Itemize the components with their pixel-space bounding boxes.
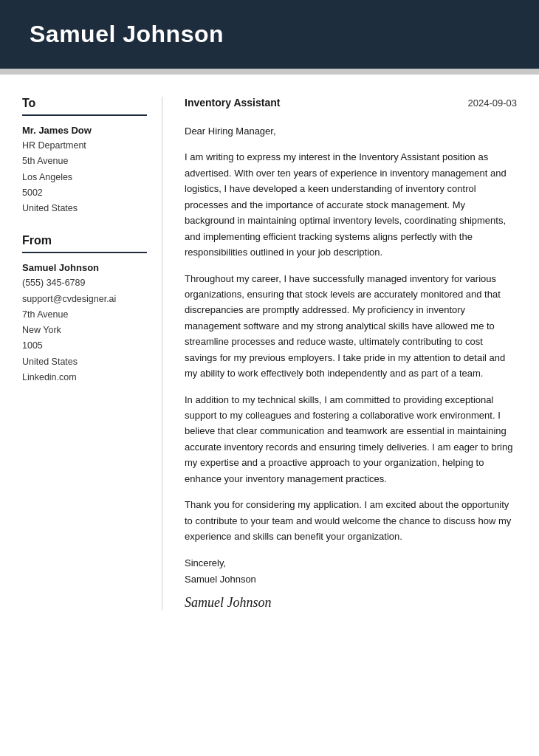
from-divider [22,252,147,253]
to-section: To Mr. James Dow HR Department 5th Avenu… [22,97,147,216]
sidebar: To Mr. James Dow HR Department 5th Avenu… [0,97,162,611]
content: To Mr. James Dow HR Department 5th Avenu… [0,75,539,633]
recipient-zip: 5002 [22,185,147,201]
recipient-department: HR Department [22,138,147,154]
recipient-country: United States [22,201,147,216]
from-label: From [22,234,147,247]
greeting: Dear Hiring Manager, [185,123,517,139]
job-title: Inventory Assistant [185,97,280,109]
closing: Sincerely, Samuel Johnson [185,555,517,588]
sender-name: Samuel Johnson [22,262,147,273]
sender-phone: (555) 345-6789 [22,275,147,291]
header-name: Samuel Johnson [30,21,509,48]
job-title-row: Inventory Assistant 2024-09-03 [185,97,517,109]
paragraph-2: Throughout my career, I have successfull… [185,271,517,382]
header-divider [0,69,539,75]
sender-city: New York [22,323,147,338]
sender-country: United States [22,354,147,370]
paragraph-4: Thank you for considering my application… [185,497,517,544]
to-divider [22,114,147,116]
recipient-city: Los Angeles [22,170,147,185]
sender-email: support@cvdesigner.ai [22,292,147,307]
paragraph-3: In addition to my technical skills, I am… [185,392,517,487]
closing-name: Samuel Johnson [185,571,517,588]
letter-date: 2024-09-03 [468,97,518,109]
header: Samuel Johnson [0,0,539,69]
recipient-street: 5th Avenue [22,154,147,169]
sender-street: 7th Avenue [22,307,147,323]
page: Samuel Johnson To Mr. James Dow HR Depar… [0,0,539,756]
main-body: Inventory Assistant 2024-09-03 Dear Hiri… [162,97,539,611]
sender-website: Linkedin.com [22,370,147,385]
recipient-name: Mr. James Dow [22,125,147,136]
signature-cursive: Samuel Johnson [185,595,517,611]
from-section: From Samuel Johnson (555) 345-6789 suppo… [22,234,147,385]
paragraph-1: I am writing to express my interest in t… [185,149,517,260]
letter-body: Dear Hiring Manager, I am writing to exp… [185,123,517,545]
closing-line: Sincerely, [185,555,517,571]
sender-zip: 1005 [22,338,147,354]
to-label: To [22,97,147,110]
